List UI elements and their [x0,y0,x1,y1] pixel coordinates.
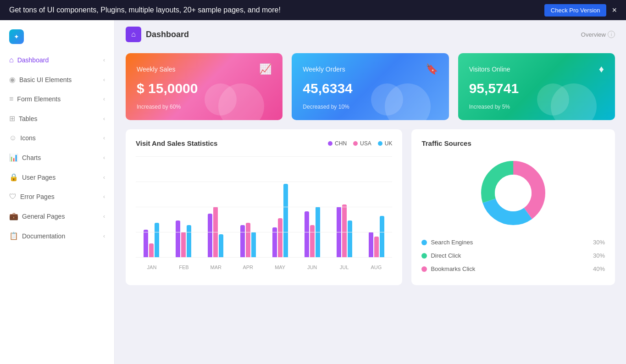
chevron-icon-icons: ‹ [103,135,105,141]
traffic-dot [421,266,427,272]
stat-card-1: Weekly Orders 🔖 45,6334 Decreased by 10% [292,53,449,120]
legend-dot-uk [378,141,382,146]
svg-point-3 [495,175,532,211]
chart-x-labels: JANFEBMARAPRMAYJUNJULAUG [136,262,392,270]
chevron-icon-user-pages: ‹ [103,174,105,181]
sidebar-item-form-elements[interactable]: ≡ Form Elements ‹ [0,89,114,109]
legend-item-usa: USA [353,140,371,147]
x-label-apr: APR [232,265,264,270]
sidebar-icon-error-pages: 🛡 [9,193,17,201]
chevron-icon-documentation: ‹ [103,233,105,239]
stat-icon-2: ♦ [599,63,604,75]
sidebar-icon-dashboard: ⌂ [9,56,14,64]
sidebar-label-charts: Charts [22,154,41,161]
stat-label-1: Weekly Orders [303,66,345,73]
sidebar-label-basic-ui: Basic UI Elements [19,76,72,83]
stat-footer-2: Increased by 5% [469,104,604,110]
legend-item-chn: CHN [328,140,347,147]
traffic-item-bookmarks-click: Bookmarks Click 40% [421,265,605,272]
traffic-label: Search Engines [431,239,473,246]
x-label-jul: JUL [328,265,360,270]
chevron-icon-general-pages: ‹ [103,213,105,220]
x-label-jan: JAN [136,265,168,270]
sidebar-label-user-pages: User Pages [22,174,55,181]
legend-dot-chn [328,141,332,146]
overview-link[interactable]: Overview i [581,31,615,38]
sidebar-label-dashboard: Dashboard [17,56,49,64]
banner-text: Get tons of UI components, Plugins, mult… [9,6,281,14]
stat-label-2: Visitors Online [469,66,510,73]
traffic-dot [421,240,427,245]
traffic-item-search-engines: Search Engines 30% [421,239,605,246]
top-banner: Get tons of UI components, Plugins, mult… [0,0,626,20]
sidebar-icon-charts: 📊 [9,153,18,162]
stat-label-0: Weekly Sales [137,66,176,73]
chevron-icon-form-elements: ‹ [103,96,105,102]
traffic-list: Search Engines 30% Direct Click 30% Book… [421,239,605,272]
sidebar-icon-tables: ⊞ [9,114,15,123]
chevron-icon-charts: ‹ [103,154,105,161]
chart-title: Visit And Sales Statistics [136,139,217,147]
stat-icon-1: 🔖 [426,63,438,75]
sidebar-item-tables[interactable]: ⊞ Tables ‹ [0,109,114,128]
bar-chart-area [136,156,392,257]
sidebar-item-user-pages[interactable]: 🔒 User Pages ‹ [0,167,114,187]
sidebar-label-documentation: Documentation [22,232,65,240]
sidebar-item-charts[interactable]: 📊 Charts ‹ [0,148,114,167]
sidebar-icon-user-pages: 🔒 [9,173,18,182]
chart-legend: CHNUSAUK [328,140,392,147]
traffic-label: Direct Click [431,252,461,259]
traffic-pct: 30% [593,239,605,246]
sidebar-label-general-pages: General Pages [22,213,65,220]
traffic-item-direct-click: Direct Click 30% [421,252,605,259]
stats-row: Weekly Sales 📈 $ 15,0000 Increased by 60… [115,49,626,129]
stat-card-2: Visitors Online ♦ 95,5741 Increased by 5… [458,53,615,120]
stat-footer-1: Decreased by 10% [303,104,438,110]
sidebar: ✦ ⌂ Dashboard ‹ ◉ Basic UI Elements ‹ ≡ … [0,20,115,364]
chevron-icon-tables: ‹ [103,116,105,122]
sidebar-icon-basic-ui: ◉ [9,75,16,84]
donut-chart-svg [476,156,550,230]
donut-chart-container [421,156,605,230]
chart-card: Visit And Sales Statistics CHNUSAUK JANF… [126,129,402,285]
sidebar-item-general-pages[interactable]: 💼 General Pages ‹ [0,206,114,226]
overview-info-icon: i [608,31,615,38]
bar-chart-grid [136,156,392,257]
traffic-dot [421,253,427,259]
sidebar-item-dashboard[interactable]: ⌂ Dashboard ‹ [0,50,114,70]
bottom-row: Visit And Sales Statistics CHNUSAUK JANF… [115,129,626,294]
chevron-icon-dashboard: ‹ [103,57,105,63]
sidebar-icon-icons: ☺ [9,134,17,142]
sidebar-label-icons: Icons [20,134,35,142]
main-content: ⌂ Dashboard Overview i Weekly Sales 📈 $ … [115,20,626,364]
sidebar-icon-documentation: 📋 [9,232,18,240]
stat-footer-0: Increased by 60% [137,104,271,110]
stat-icon-0: 📈 [259,63,271,75]
traffic-pct: 30% [593,252,605,259]
banner-close-button[interactable]: × [612,6,617,15]
sidebar-item-icons[interactable]: ☺ Icons ‹ [0,128,114,148]
page-header: ⌂ Dashboard Overview i [115,20,626,49]
sidebar-label-tables: Tables [19,115,37,122]
stat-card-0: Weekly Sales 📈 $ 15,0000 Increased by 60… [126,53,283,120]
chevron-icon-error-pages: ‹ [103,193,105,200]
traffic-label: Bookmarks Click [431,265,475,272]
legend-dot-usa [353,141,358,146]
x-label-aug: AUG [360,265,392,270]
legend-item-uk: UK [378,140,393,147]
x-label-feb: FEB [168,265,200,270]
x-label-may: MAY [264,265,296,270]
x-label-jun: JUN [296,265,328,270]
x-label-mar: MAR [200,265,232,270]
sidebar-logo: ✦ [0,25,114,50]
logo-icon: ✦ [9,29,24,44]
chevron-icon-basic-ui: ‹ [103,77,105,83]
traffic-pct: 40% [593,265,605,272]
sidebar-item-basic-ui[interactable]: ◉ Basic UI Elements ‹ [0,70,114,89]
check-pro-button[interactable]: Check Pro Version [544,4,607,17]
sidebar-item-documentation[interactable]: 📋 Documentation ‹ [0,226,114,246]
page-header-icon: ⌂ [126,27,141,42]
sidebar-icon-general-pages: 💼 [9,212,18,221]
sidebar-item-error-pages[interactable]: 🛡 Error Pages ‹ [0,187,114,206]
sidebar-icon-form-elements: ≡ [9,95,13,103]
